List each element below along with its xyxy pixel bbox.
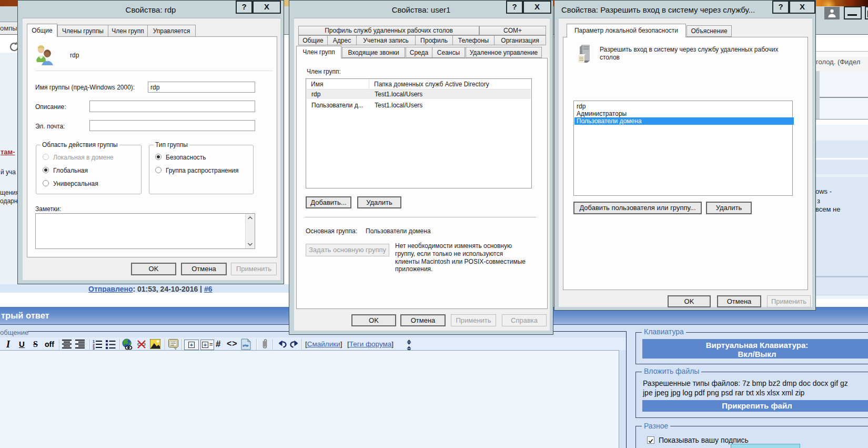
svg-text:php: php [243,344,249,347]
svg-text:3: 3 [93,346,95,350]
